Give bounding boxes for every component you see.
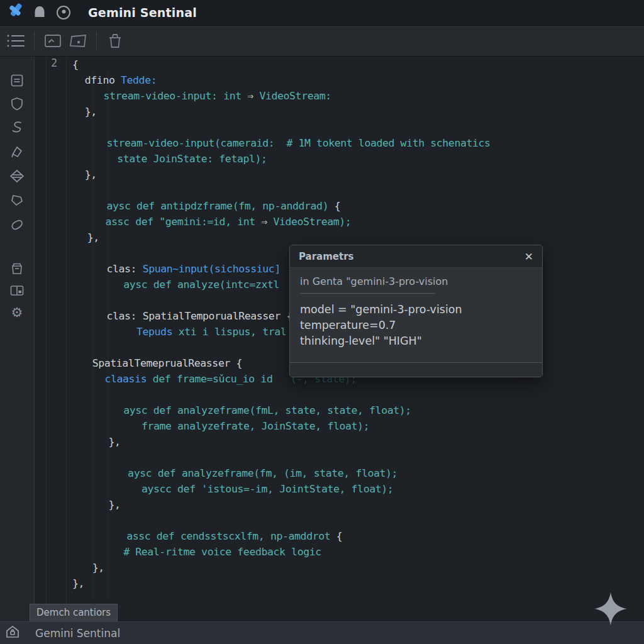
toolbar — [0, 25, 644, 57]
sparkle-icon[interactable] — [592, 591, 629, 630]
code-line: frame analyzefrate, JoinState, float); — [72, 418, 638, 434]
code-line: ayscc def 'istous=-im, JointState, float… — [72, 481, 638, 497]
code-line: aysc def antipdzframe(fm, np-anddrad) { — [72, 198, 638, 214]
squiggle-icon[interactable] — [9, 119, 25, 135]
parameters-popup: Parametrs ✕ in Genta "gemini-3-pro-visio… — [289, 245, 543, 377]
code-line: # Real-ritme voice feedback logic — [72, 544, 638, 560]
code-line: aysc def analyzeframe(fmL, state, state,… — [72, 402, 638, 418]
frame-preview-icon[interactable] — [42, 30, 64, 52]
diamond-lines-icon[interactable] — [9, 169, 25, 184]
record-icon[interactable] — [55, 4, 72, 21]
toolbar-divider — [34, 31, 35, 50]
document-icon[interactable] — [9, 73, 25, 88]
code-line: }, — [72, 230, 638, 245]
param-temperature: temperature=0.7 — [300, 318, 532, 333]
bottom-tab[interactable]: Demch cantiors — [30, 604, 118, 621]
app-window: Gemini Sentinal — [0, 0, 644, 644]
statusbar: Gemini Sentinal — [0, 621, 644, 644]
shield-icon[interactable] — [9, 96, 25, 111]
gutter-border — [46, 57, 47, 621]
gutter-border-2 — [66, 57, 67, 621]
titlebar: Gemini Sentinal — [0, 0, 644, 25]
archive-box-icon[interactable] — [9, 261, 25, 276]
pen-nib-icon[interactable] — [9, 145, 25, 160]
activity-sidebar: ⚙ — [0, 57, 35, 621]
pentagon-icon[interactable] — [9, 192, 25, 208]
trash-icon[interactable] — [104, 30, 126, 52]
home-lock-icon[interactable] — [5, 625, 20, 642]
code-line: state JoinState: fetapl); — [72, 151, 638, 167]
popup-params: model = "gemini-3-pro-vision temperature… — [290, 294, 542, 357]
param-thinking-level: thinking-level" "HIGH" — [300, 333, 532, 349]
line-number: 2 — [47, 57, 61, 72]
gear-icon[interactable]: ⚙ — [9, 305, 25, 320]
popup-header[interactable]: Parametrs ✕ — [290, 245, 542, 268]
bell-icon[interactable] — [33, 5, 47, 20]
code-line — [72, 450, 638, 465]
status-label: Gemini Sentinal — [35, 627, 120, 640]
app-logo-icon[interactable] — [8, 3, 24, 22]
code-line: }, — [72, 575, 638, 591]
popup-footer — [290, 362, 542, 377]
code-line — [72, 182, 638, 198]
code-line: stream-video-input(cameraid: # 1M tokent… — [72, 135, 638, 151]
toolbar-divider-2 — [96, 31, 97, 50]
code-line: }, — [72, 104, 638, 119]
close-icon[interactable]: ✕ — [525, 250, 533, 263]
code-line: }, — [72, 434, 638, 450]
code-line: stream-video-input: int ⇒ VideoStream: — [72, 88, 638, 104]
window-title: Gemini Sentinal — [88, 6, 197, 19]
code-line: { — [72, 57, 638, 72]
param-model: model = "gemini-3-pro-vision — [300, 302, 532, 318]
popup-title: Parametrs — [299, 251, 354, 262]
code-line: }, — [72, 167, 638, 182]
split-panel-icon[interactable] — [9, 283, 25, 298]
code-line: }, — [72, 497, 638, 513]
frame-dot-icon[interactable] — [67, 30, 89, 52]
loop-icon[interactable] — [9, 217, 25, 232]
code-line: dfino Tedde: — [72, 72, 638, 88]
popup-subtitle: in Genta "gemini-3-pro-vision — [290, 268, 542, 293]
code-line: aysc def analyzeframe(fm, (im, state, fl… — [72, 465, 638, 481]
code-line — [72, 513, 638, 528]
code-line: assc def "gemini:=id, int ⇒ VideoStream)… — [72, 214, 638, 230]
code-line: }, — [72, 560, 638, 575]
code-line: assc def cendsstscxlfm, np-amddrot { — [72, 528, 638, 544]
code-line — [72, 119, 638, 135]
list-icon[interactable] — [5, 30, 26, 52]
code-line — [72, 387, 638, 402]
